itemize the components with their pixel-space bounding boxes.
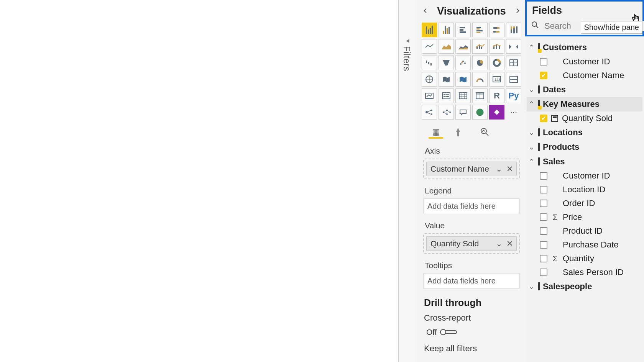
report-canvas[interactable]: [0, 0, 399, 362]
field-location-id[interactable]: Location ID: [527, 183, 642, 197]
field-customer-name[interactable]: ✔ Customer Name: [527, 69, 642, 82]
svg-line-77: [486, 133, 488, 136]
filters-pane-collapsed[interactable]: Filters: [399, 0, 417, 362]
table-icon: [538, 143, 540, 151]
cross-report-toggle[interactable]: Off: [421, 324, 522, 337]
svg-rect-10: [496, 31, 499, 33]
matrix-icon[interactable]: [472, 88, 488, 103]
scatter-chart-icon[interactable]: [455, 56, 471, 70]
donut-chart-icon[interactable]: [489, 56, 504, 70]
svg-point-60: [431, 110, 432, 111]
clustered-bar-chart-icon[interactable]: [439, 23, 454, 37]
stacked-bar-chart-icon[interactable]: [422, 23, 437, 37]
checkbox[interactable]: [540, 255, 547, 262]
map-icon[interactable]: [422, 72, 437, 87]
table-label: Sales: [543, 157, 565, 167]
checkbox[interactable]: ✔: [540, 115, 547, 122]
treemap-icon[interactable]: [506, 56, 521, 70]
svg-line-70: [447, 110, 450, 112]
table-customers[interactable]: ⌃ Customers: [527, 40, 642, 55]
table-visual-icon[interactable]: [455, 88, 471, 103]
svg-line-62: [427, 110, 431, 112]
field-customer-id[interactable]: Customer ID: [527, 55, 642, 69]
table-dates[interactable]: ⌄ Dates: [527, 82, 642, 97]
hundred-stacked-bar-icon[interactable]: [489, 23, 504, 37]
funnel-chart-icon[interactable]: [439, 56, 454, 70]
legend-dropzone[interactable]: Add data fields here: [423, 198, 520, 214]
line-chart-icon[interactable]: [422, 39, 437, 54]
stacked-area-chart-icon[interactable]: [455, 39, 471, 54]
kpi-icon[interactable]: [422, 88, 437, 103]
more-visuals-icon[interactable]: ···: [506, 105, 521, 120]
value-field-chip[interactable]: Quantity Sold ⌄ ✕: [426, 236, 517, 251]
chevron-down-icon[interactable]: ⌄: [496, 164, 503, 174]
svg-rect-25: [499, 46, 500, 49]
checkbox[interactable]: ✔: [540, 72, 547, 79]
area-chart-icon[interactable]: [439, 39, 454, 54]
checkbox[interactable]: [540, 172, 547, 180]
field-price[interactable]: Σ Price: [527, 210, 642, 224]
filled-map-icon[interactable]: [439, 72, 454, 87]
gauge-icon[interactable]: [472, 72, 488, 87]
table-products[interactable]: ⌄ Products: [527, 140, 642, 154]
arcgis-map-icon[interactable]: [472, 105, 488, 120]
collapse-viz-right-icon[interactable]: [514, 7, 521, 16]
remove-field-icon[interactable]: ✕: [506, 164, 513, 174]
key-influencers-icon[interactable]: [422, 105, 437, 120]
analytics-tab[interactable]: [478, 127, 492, 139]
svg-line-63: [427, 113, 431, 114]
value-label: Value: [425, 221, 518, 230]
checkbox[interactable]: [540, 186, 547, 193]
tooltips-dropzone[interactable]: Add data fields here: [423, 273, 520, 289]
axis-field-chip[interactable]: Customer Name ⌄ ✕: [426, 162, 517, 176]
stacked-column-icon[interactable]: [455, 23, 471, 37]
field-quantity-sold[interactable]: ✔ Quantity Sold: [527, 111, 642, 125]
cross-report-label: Cross-report: [421, 312, 522, 324]
line-clustered-column-icon[interactable]: [472, 39, 488, 54]
table-locations[interactable]: ⌄ Locations: [527, 125, 642, 140]
ribbon-chart-icon[interactable]: [506, 39, 521, 54]
table-label: Key Measures: [543, 99, 600, 109]
checkbox[interactable]: [540, 200, 547, 207]
table-sales[interactable]: ⌃ Sales: [527, 154, 642, 169]
waterfall-chart-icon[interactable]: [422, 56, 437, 70]
multi-row-card-icon[interactable]: [506, 72, 521, 87]
svg-rect-74: [457, 132, 459, 136]
r-visual-icon[interactable]: R: [489, 88, 504, 103]
slicer-icon[interactable]: [439, 88, 454, 103]
field-purchase-date[interactable]: Purchase Date: [527, 238, 642, 252]
python-visual-icon[interactable]: Py: [506, 88, 521, 103]
field-sales-person-id[interactable]: Sales Person ID: [527, 265, 642, 279]
remove-field-icon[interactable]: ✕: [506, 239, 513, 248]
format-tab[interactable]: [453, 127, 468, 139]
clustered-column-icon[interactable]: [472, 23, 488, 37]
search-icon: [531, 21, 539, 31]
collapse-viz-left-icon[interactable]: [422, 7, 429, 16]
checkbox[interactable]: [540, 58, 547, 66]
field-quantity[interactable]: Σ Quantity: [527, 252, 642, 265]
qa-visual-icon[interactable]: [455, 105, 471, 120]
checkbox[interactable]: [540, 227, 547, 235]
pie-chart-icon[interactable]: [472, 56, 488, 70]
shape-map-icon[interactable]: [455, 72, 471, 87]
checkbox[interactable]: [540, 241, 547, 249]
field-sales-customer-id[interactable]: Customer ID: [527, 169, 642, 183]
chevron-down-icon[interactable]: ⌄: [496, 239, 503, 248]
table-key-measures[interactable]: ⌃ Key Measures: [527, 97, 642, 111]
value-well: Value Quantity Sold ⌄ ✕: [421, 219, 522, 259]
axis-dropzone[interactable]: Customer Name ⌄ ✕: [423, 159, 520, 179]
fields-tab[interactable]: ▦: [429, 127, 443, 139]
hundred-stacked-column-icon[interactable]: [506, 23, 521, 37]
checkbox[interactable]: [540, 213, 547, 221]
field-product-id[interactable]: Product ID: [527, 224, 642, 238]
decomposition-tree-icon[interactable]: [439, 105, 454, 120]
svg-rect-12: [511, 26, 512, 29]
checkbox[interactable]: [540, 269, 547, 276]
line-stacked-column-icon[interactable]: [489, 39, 504, 54]
value-dropzone[interactable]: Quantity Sold ⌄ ✕: [423, 233, 520, 254]
sigma-icon: Σ: [551, 213, 559, 222]
table-salespeople[interactable]: ⌄ Salespeople: [527, 279, 642, 294]
power-apps-visual-icon[interactable]: [489, 105, 504, 120]
field-order-id[interactable]: Order ID: [527, 197, 642, 210]
card-icon[interactable]: 123: [489, 72, 504, 87]
